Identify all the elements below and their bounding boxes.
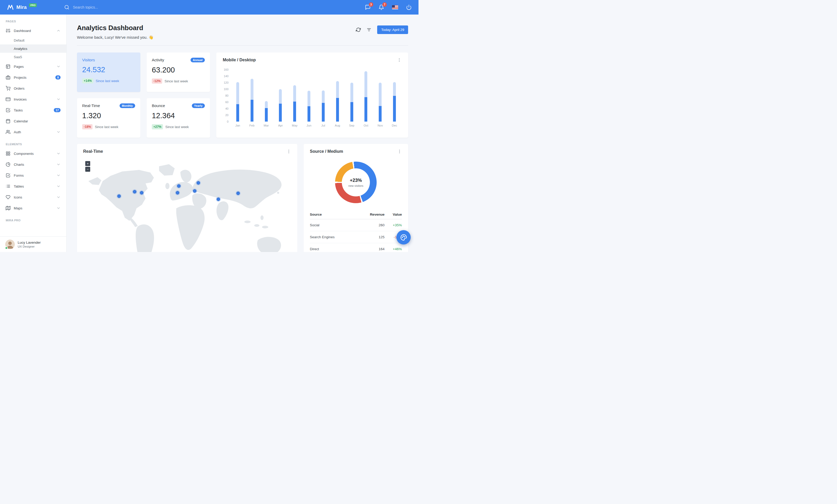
check-square-icon xyxy=(6,108,11,112)
card-menu-button[interactable] xyxy=(397,58,402,62)
cell-source: Direct xyxy=(310,243,357,252)
chevron-down-icon xyxy=(56,173,60,178)
sidebar-item-components[interactable]: Components xyxy=(0,148,66,159)
notifications-button[interactable]: 7 xyxy=(378,4,384,10)
bar-mar xyxy=(259,70,273,122)
x-axis-label: Jul xyxy=(316,124,331,127)
search-input[interactable] xyxy=(73,5,146,10)
bar-chart: 020406080100120140160 JanFebMarAprMayJun… xyxy=(223,70,402,127)
sidebar-item-auth[interactable]: Auth xyxy=(0,127,66,137)
sidebar-subitem-analytics[interactable]: Analytics xyxy=(0,44,66,53)
sidebar-subitem-default[interactable]: Default xyxy=(0,36,66,44)
column-header-source: Source xyxy=(310,210,357,219)
sidebar-item-label: Invoices xyxy=(14,97,27,101)
card-menu-button[interactable] xyxy=(286,149,291,154)
stat-value: 63.200 xyxy=(152,66,205,74)
sidebar-item-maps[interactable]: Maps xyxy=(0,203,66,213)
messages-button[interactable]: 3 xyxy=(365,4,371,10)
header-divider xyxy=(77,45,408,46)
heart-icon xyxy=(6,195,11,200)
stat-title: Activity xyxy=(152,58,164,62)
sidebar-item-icons[interactable]: Icons xyxy=(0,192,66,203)
brand[interactable]: Mira PRO xyxy=(7,4,37,11)
bar-chart-y-axis: 020406080100120140160 xyxy=(223,70,231,122)
map-marker xyxy=(133,190,137,193)
stat-value: 1.320 xyxy=(82,111,135,120)
x-axis-label: Apr xyxy=(273,124,287,127)
language-button[interactable] xyxy=(392,5,398,10)
map-zoom-controls: + − xyxy=(85,161,90,172)
zoom-out-button[interactable]: − xyxy=(85,167,90,172)
filter-button[interactable] xyxy=(367,27,371,32)
sidebar-item-label: Charts xyxy=(14,163,24,167)
sidebar-item-label: Pages xyxy=(14,65,24,69)
chevron-down-icon xyxy=(56,206,60,210)
sidebar-item-label: Projects xyxy=(14,76,26,79)
map-marker xyxy=(140,191,143,194)
sidebar-item-label: Tasks xyxy=(14,108,23,112)
bar-jan xyxy=(231,70,245,122)
world-map: + − xyxy=(83,156,291,252)
navbar-search xyxy=(64,5,146,10)
y-axis-tick: 160 xyxy=(224,68,229,71)
sidebar-item-forms[interactable]: Forms xyxy=(0,170,66,181)
sidebar-item-label: Auth xyxy=(14,130,21,134)
card-title-source-medium: Source / Medium xyxy=(310,149,343,154)
sidebar-item-invoices[interactable]: Invoices xyxy=(0,94,66,105)
table-row-social: Social260+35% xyxy=(310,219,402,231)
refresh-button[interactable] xyxy=(356,27,361,32)
map-marker xyxy=(193,189,197,193)
cell-value: +46% xyxy=(385,243,402,252)
donut-center: +23% new visitors xyxy=(342,168,370,197)
sidebar-user[interactable]: Lucy Lavender UX Designer xyxy=(0,237,66,252)
messages-badge: 3 xyxy=(369,2,373,7)
sidebar-item-orders[interactable]: Orders xyxy=(0,83,66,94)
theme-settings-button[interactable] xyxy=(396,230,411,244)
y-axis-tick: 120 xyxy=(224,81,229,84)
donut-chart-wrap: +23% new visitors xyxy=(335,162,377,203)
us-flag-icon xyxy=(392,5,398,10)
zoom-in-button[interactable]: + xyxy=(85,161,90,166)
online-status-dot xyxy=(5,246,8,249)
stat-title: Visitors xyxy=(82,58,95,62)
sidebar-item-tables[interactable]: Tables xyxy=(0,181,66,192)
source-table: SourceRevenueValue Social260+35%Search E… xyxy=(310,210,402,252)
card-menu-button[interactable] xyxy=(397,149,402,154)
cell-revenue: 125 xyxy=(357,231,385,243)
y-axis-tick: 100 xyxy=(224,88,229,91)
stat-card-real-time: Real-TimeMonthly1.320-18%Since last week xyxy=(77,98,140,138)
sidebar-item-label: Forms xyxy=(14,173,24,178)
cell-source: Social xyxy=(310,219,357,231)
logout-button[interactable] xyxy=(406,4,412,10)
date-range-button[interactable]: Today: April 29 xyxy=(377,25,408,34)
x-axis-label: Jun xyxy=(302,124,316,127)
power-icon xyxy=(406,4,412,10)
sidebar-item-tasks[interactable]: Tasks17 xyxy=(0,105,66,116)
sidebar-item-charts[interactable]: Charts xyxy=(0,159,66,170)
sidebar-item-calendar[interactable]: Calendar xyxy=(0,116,66,127)
chevron-up-icon xyxy=(56,29,60,33)
sidebar-item-label: Maps xyxy=(14,206,22,210)
user-role: UX Designer xyxy=(18,245,41,248)
sidebar-item-dashboard[interactable]: Dashboard xyxy=(0,25,66,36)
sidebar-item-projects[interactable]: Projects8 xyxy=(0,72,66,83)
stat-note: Since last week xyxy=(96,79,119,83)
chevron-down-icon xyxy=(56,97,60,101)
column-header-revenue: Revenue xyxy=(357,210,385,219)
page-header: Analytics Dashboard Welcome back, Lucy! … xyxy=(77,24,408,40)
top-navbar: Mira PRO 3 7 xyxy=(0,0,418,15)
y-axis-tick: 140 xyxy=(224,75,229,78)
sidebar-item-pages[interactable]: Pages xyxy=(0,61,66,72)
refresh-icon xyxy=(356,27,361,32)
sidebar-subitem-saas[interactable]: SaaS xyxy=(0,53,66,61)
sidebar-item-label: Tables xyxy=(14,184,24,188)
navbar-actions: 3 7 xyxy=(365,4,412,10)
stat-card-activity: ActivityAnnual63.200-12%Since last week xyxy=(147,53,210,92)
x-axis-label: Mar xyxy=(259,124,273,127)
chevron-down-icon xyxy=(56,184,60,188)
y-axis-tick: 0 xyxy=(227,120,229,123)
sidebar-section-label: MIRA PRO xyxy=(0,213,66,224)
stat-value: 12.364 xyxy=(152,111,205,120)
bar-chart-x-labels: JanFebMarAprMayJunJulAugSepOctNovDec xyxy=(231,124,402,127)
card-title-mobile-desktop: Mobile / Desktop xyxy=(223,58,256,62)
